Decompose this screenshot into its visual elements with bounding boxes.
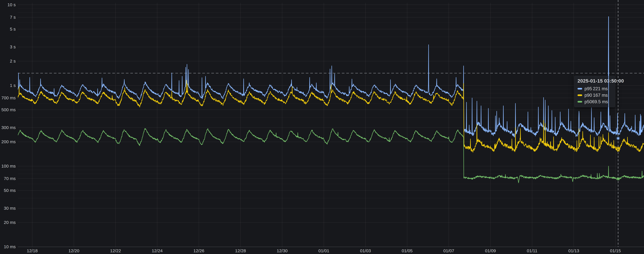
tooltip-rows: p95221 msp90167 msp5069.5 ms <box>578 85 612 105</box>
y-tick-label: 200 ms <box>2 139 16 144</box>
tooltip-series-value: 69.5 ms <box>592 99 608 104</box>
tooltip-series-label: p95 <box>584 86 593 91</box>
x-tick-label: 01/05 <box>402 248 412 253</box>
hover-point-p50 <box>617 178 619 180</box>
x-tick-label: 12/20 <box>68 248 79 253</box>
x-tick-label: 01/15 <box>610 248 621 253</box>
y-tick-label: 300 ms <box>2 125 16 130</box>
tooltip-row-p95: p95221 ms <box>578 85 612 92</box>
y-tick-label: 50 ms <box>4 188 16 193</box>
tooltip-row-p90: p90167 ms <box>578 92 612 99</box>
x-tick-label: 12/30 <box>277 248 288 253</box>
tooltip-timestamp: 2025-01-15 03:50:00 <box>578 78 612 84</box>
x-tick-label: 12/22 <box>110 248 121 253</box>
y-tick-label: 5 s <box>10 27 16 31</box>
series-color-swatch <box>578 94 582 96</box>
y-tick-label: 10 s <box>8 2 16 7</box>
y-tick-label: 1 s <box>10 83 16 88</box>
latency-percentiles-panel: 12/1812/2012/2212/2412/2612/2812/3001/01… <box>0 0 644 254</box>
hover-point-p90 <box>617 147 619 149</box>
tooltip-series-label: p50 <box>584 99 592 104</box>
x-tick-label: 12/18 <box>27 248 38 253</box>
x-tick-label: 12/28 <box>235 248 246 253</box>
x-tick-label: 01/03 <box>360 248 371 253</box>
y-tick-label: 500 ms <box>2 107 16 112</box>
x-tick-label: 01/07 <box>443 248 454 253</box>
tooltip-series-label: p90 <box>584 93 593 98</box>
x-tick-label: 01/09 <box>485 248 496 253</box>
y-tick-label: 3 s <box>10 44 16 49</box>
y-tick-label: 7 s <box>10 15 16 19</box>
y-tick-label: 30 ms <box>4 206 16 211</box>
x-tick-label: 01/11 <box>527 248 538 253</box>
tooltip-series-value: 221 ms <box>593 86 608 91</box>
tooltip-row-p50: p5069.5 ms <box>578 99 612 105</box>
y-tick-label: 70 ms <box>4 176 16 181</box>
tooltip-series-value: 167 ms <box>593 93 608 98</box>
hover-point-p95 <box>617 137 619 139</box>
tooltip: 2025-01-15 03:50:00 p95221 msp90167 msp5… <box>574 76 615 107</box>
x-tick-label: 12/26 <box>193 248 204 253</box>
series-p95-line[interactable] <box>18 16 644 137</box>
y-tick-label: 2 s <box>10 59 16 63</box>
chart-canvas[interactable]: 12/1812/2012/2212/2412/2612/2812/3001/01… <box>0 0 644 254</box>
x-tick-label: 01/01 <box>318 248 329 253</box>
x-tick-label: 01/13 <box>568 248 579 253</box>
x-tick-label: 12/24 <box>152 248 162 253</box>
p95-spike-line <box>608 16 609 127</box>
y-tick-label: 700 ms <box>2 95 16 100</box>
y-tick-label: 20 ms <box>4 220 16 225</box>
y-tick-label: 100 ms <box>2 164 16 168</box>
series-p50-line[interactable] <box>18 128 644 183</box>
series-color-swatch <box>578 88 582 90</box>
series-color-swatch <box>578 101 582 103</box>
y-tick-label: 10 ms <box>4 244 16 249</box>
